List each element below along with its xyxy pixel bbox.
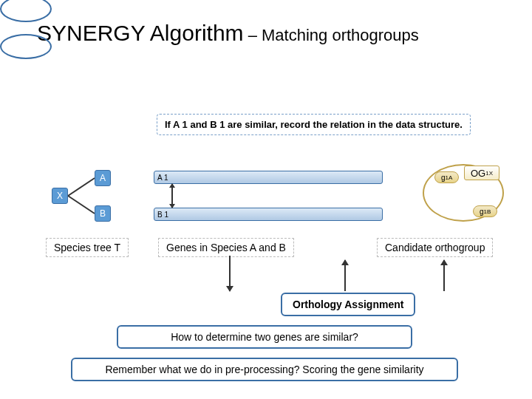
- node-b: B: [95, 205, 111, 222]
- gene-bar-b1: B 1: [154, 208, 383, 221]
- title-sep: –: [244, 26, 262, 44]
- arrow-up-right-icon: [443, 260, 445, 291]
- slide-title: SYNERGY Algorithm – Matching orthogroups: [37, 21, 419, 46]
- gene-g1b: g1B: [473, 205, 497, 217]
- svg-line-1: [68, 196, 95, 214]
- reminder-box: Remember what we do in pre-processing? S…: [71, 358, 458, 381]
- node-a: A: [95, 170, 111, 186]
- node-x: X: [52, 188, 68, 204]
- caption-species-tree: Species tree T: [46, 238, 129, 257]
- arrow-down-icon: [229, 256, 231, 291]
- orthology-assignment-box: Orthology Assignment: [281, 293, 415, 316]
- question-box: How to determine two genes are similar?: [117, 325, 412, 349]
- a1-b1-link-icon: [171, 184, 173, 208]
- gene-bar-a1-label: A 1: [157, 174, 168, 182]
- orthogroup-label: OG1X: [464, 166, 499, 180]
- title-sub: Matching orthogroups: [262, 26, 419, 44]
- species-tree: X A B: [52, 170, 126, 222]
- caption-genes: Genes in Species A and B: [158, 238, 294, 257]
- svg-line-0: [68, 178, 95, 196]
- arrow-up-mid-icon: [344, 260, 346, 291]
- instruction-box: If A 1 and B 1 are similar, record the r…: [157, 114, 471, 135]
- title-main: SYNERGY Algorithm: [37, 21, 244, 45]
- caption-candidate: Candidate orthogroup: [377, 238, 493, 257]
- genome-a-oval: [0, 0, 52, 22]
- genome-b-oval: [0, 34, 52, 59]
- gene-bar-b1-label: B 1: [157, 211, 168, 219]
- gene-bar-a1: A 1: [154, 171, 383, 184]
- gene-g1a: g1A: [434, 171, 459, 183]
